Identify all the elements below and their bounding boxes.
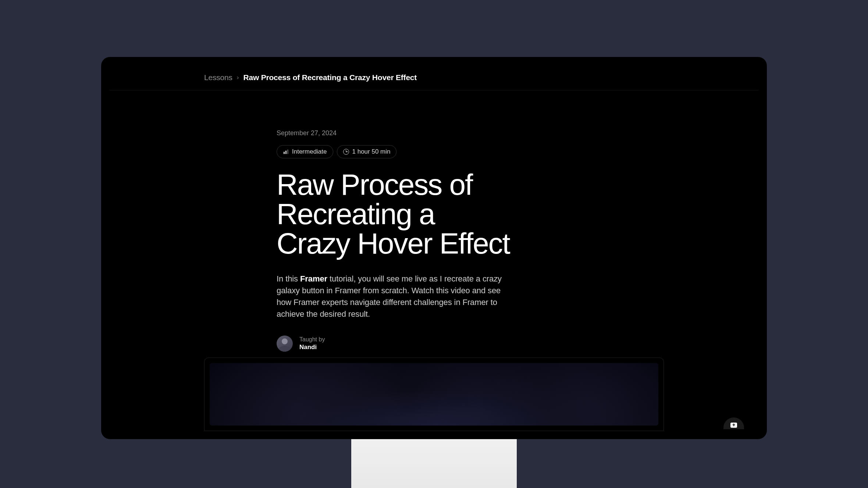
- instructor-info: Taught by Nandi: [299, 336, 325, 351]
- video-container: [204, 358, 664, 431]
- taught-by-label: Taught by: [299, 336, 325, 343]
- clock-icon: [343, 149, 349, 155]
- level-icon: [283, 149, 289, 155]
- framer-link[interactable]: Framer: [300, 274, 327, 283]
- duration-pill: 1 hour 50 min: [337, 145, 397, 158]
- chevron-right-icon: ›: [237, 74, 239, 81]
- duration-label: 1 hour 50 min: [352, 148, 391, 155]
- lesson-content: September 27, 2024 Intermediate: [109, 90, 514, 352]
- lesson-description: In this Framer tutorial, you will see me…: [277, 273, 514, 320]
- meta-pills: Intermediate 1 hour 50 min: [277, 145, 514, 158]
- floating-action-button[interactable]: [723, 417, 744, 429]
- add-icon: [730, 423, 737, 428]
- video-preview[interactable]: [210, 363, 658, 426]
- instructor-name[interactable]: Nandi: [299, 344, 325, 351]
- description-prefix: In this: [277, 274, 300, 283]
- avatar[interactable]: [277, 336, 293, 352]
- screen: Lessons › Raw Process of Recreating a Cr…: [109, 65, 759, 431]
- level-label: Intermediate: [292, 148, 327, 155]
- publish-date: September 27, 2024: [277, 129, 514, 137]
- monitor-stand: [351, 439, 517, 488]
- level-pill: Intermediate: [277, 145, 333, 158]
- instructor-block: Taught by Nandi: [277, 336, 514, 352]
- breadcrumb-link-lessons[interactable]: Lessons: [204, 73, 232, 82]
- monitor-frame: Lessons › Raw Process of Recreating a Cr…: [101, 57, 767, 439]
- breadcrumb-current: Raw Process of Recreating a Crazy Hover …: [243, 73, 417, 82]
- page-title: Raw Process of Recreating a Crazy Hover …: [277, 170, 514, 258]
- breadcrumb: Lessons › Raw Process of Recreating a Cr…: [109, 65, 759, 90]
